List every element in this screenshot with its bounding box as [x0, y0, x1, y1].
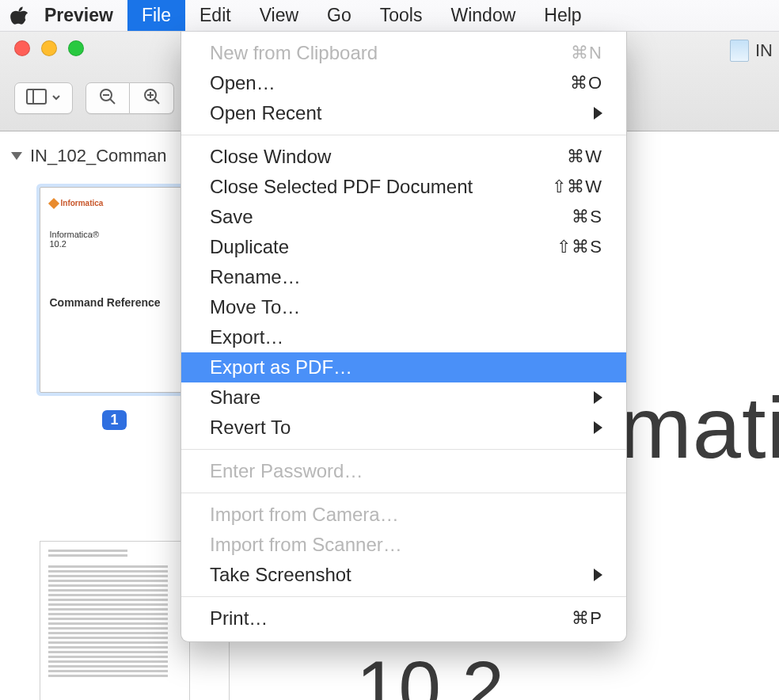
- minimize-window-button[interactable]: [41, 40, 57, 56]
- menuitem-duplicate[interactable]: Duplicate⇧⌘S: [181, 232, 626, 262]
- submenu-arrow-icon: [594, 421, 602, 434]
- menuitem-import-from-camera: Import from Camera…: [181, 500, 626, 530]
- thumb-product: Informatica®: [50, 230, 180, 239]
- menu-view[interactable]: View: [245, 0, 313, 31]
- menuitem-rename[interactable]: Rename…: [181, 262, 626, 292]
- menu-edit[interactable]: Edit: [185, 0, 245, 31]
- page-thumbnail-2[interactable]: [40, 541, 190, 700]
- zoom-window-button[interactable]: [68, 40, 84, 56]
- zoom-in-button[interactable]: [130, 82, 174, 114]
- menu-go[interactable]: Go: [313, 0, 366, 31]
- menu-file[interactable]: File: [127, 0, 185, 31]
- menuitem-label: Print…: [210, 607, 268, 630]
- menuitem-share[interactable]: Share: [181, 382, 626, 413]
- menuitem-label: Close Selected PDF Document: [210, 176, 473, 198]
- menuitem-label: Duplicate: [210, 236, 289, 258]
- page-number-badge[interactable]: 1: [102, 410, 126, 430]
- sidebar-icon: [26, 89, 47, 108]
- chevron-down-icon: [51, 91, 61, 105]
- zoom-in-icon: [142, 87, 162, 109]
- menuitem-new-from-clipboard: New from Clipboard⌘N: [181, 38, 626, 68]
- submenu-arrow-icon: [594, 569, 602, 581]
- document-icon: [730, 40, 749, 62]
- menubar: Preview FileEditViewGoToolsWindowHelp: [0, 0, 779, 32]
- close-window-button[interactable]: [14, 40, 30, 56]
- menu-separator: [181, 596, 626, 597]
- thumb-title: Command Reference: [50, 296, 180, 309]
- window-title-text: IN: [755, 40, 773, 61]
- svg-line-6: [154, 99, 159, 104]
- menuitem-open-recent[interactable]: Open Recent: [181, 98, 626, 128]
- sidebar-toggle-button[interactable]: [14, 82, 73, 114]
- menuitem-export[interactable]: Export…: [181, 322, 626, 352]
- menuitem-label: Rename…: [210, 266, 301, 288]
- menu-separator: [181, 135, 626, 135]
- thumb-version: 10.2: [50, 239, 180, 249]
- menu-help[interactable]: Help: [530, 0, 595, 31]
- menuitem-label: Share: [210, 386, 260, 409]
- menuitem-label: Enter Password…: [210, 460, 363, 482]
- app-name[interactable]: Preview: [38, 5, 127, 26]
- submenu-arrow-icon: [594, 391, 602, 404]
- apple-menu[interactable]: [0, 6, 38, 26]
- menuitem-label: Open Recent: [210, 102, 321, 124]
- menuitem-shortcut: ⌘S: [572, 207, 602, 227]
- menuitem-shortcut: ⌘O: [570, 73, 602, 93]
- zoom-group: [86, 82, 174, 114]
- menuitem-save[interactable]: Save⌘S: [181, 202, 626, 232]
- brand-row: Informatica: [50, 199, 180, 207]
- menuitem-open[interactable]: Open…⌘O: [181, 68, 626, 98]
- disclosure-triangle-icon: [11, 152, 22, 160]
- file-menu-dropdown: New from Clipboard⌘NOpen…⌘OOpen RecentCl…: [180, 32, 627, 642]
- menuitem-shortcut: ⌘N: [571, 43, 602, 63]
- menuitem-shortcut: ⇧⌘W: [552, 177, 602, 197]
- zoom-out-icon: [98, 87, 117, 109]
- menu-window[interactable]: Window: [436, 0, 530, 31]
- menuitem-label: Close Window: [210, 146, 331, 168]
- svg-line-3: [110, 99, 115, 104]
- menuitem-shortcut: ⌘P: [572, 608, 602, 629]
- menuitem-label: Open…: [210, 72, 276, 94]
- menuitem-enter-password: Enter Password…: [181, 456, 626, 486]
- zoom-out-button[interactable]: [86, 82, 130, 114]
- window-title: IN: [730, 40, 773, 62]
- menuitem-close-selected-pdf-document[interactable]: Close Selected PDF Document⇧⌘W: [181, 172, 626, 202]
- menuitem-shortcut: ⌘W: [567, 146, 602, 167]
- menuitem-label: Move To…: [210, 296, 300, 318]
- menuitem-close-window[interactable]: Close Window⌘W: [181, 142, 626, 172]
- menu-separator: [181, 493, 626, 493]
- menuitem-export-as-pdf[interactable]: Export as PDF…: [181, 352, 626, 382]
- menuitem-label: Export…: [210, 326, 283, 348]
- menuitem-label: New from Clipboard: [210, 42, 378, 64]
- menuitem-label: Export as PDF…: [210, 356, 352, 379]
- doc-fragment-3: 10 2: [356, 645, 504, 700]
- menuitem-import-from-scanner: Import from Scanner…: [181, 530, 626, 560]
- menuitem-label: Revert To: [210, 417, 291, 439]
- traffic-lights: [14, 40, 84, 56]
- page-thumbnail-1[interactable]: Informatica Informatica® 10.2 Command Re…: [40, 187, 190, 393]
- menu-separator: [181, 449, 626, 450]
- submenu-arrow-icon: [594, 107, 602, 120]
- menuitem-take-screenshot[interactable]: Take Screenshot: [181, 560, 626, 590]
- brand-logo-icon: [48, 197, 59, 208]
- svg-rect-0: [27, 89, 46, 104]
- menuitem-revert-to[interactable]: Revert To: [181, 413, 626, 443]
- menuitem-label: Save: [210, 206, 253, 228]
- menu-tools[interactable]: Tools: [366, 0, 437, 31]
- menuitem-label: Take Screenshot: [210, 564, 352, 586]
- sidebar-doc-name: IN_102_Comman: [30, 146, 166, 166]
- menuitem-shortcut: ⇧⌘S: [557, 237, 602, 257]
- menuitem-move-to[interactable]: Move To…: [181, 292, 626, 322]
- menuitem-label: Import from Scanner…: [210, 534, 402, 556]
- brand-text: Informatica: [61, 199, 104, 207]
- menuitem-label: Import from Camera…: [210, 504, 399, 526]
- menuitem-print[interactable]: Print…⌘P: [181, 603, 626, 633]
